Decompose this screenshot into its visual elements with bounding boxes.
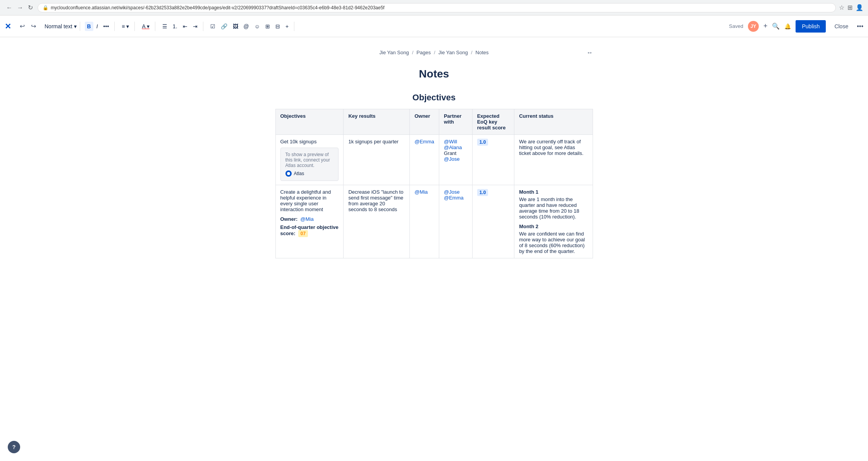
forward-button[interactable]: → [15,3,25,12]
atlas-logo: Atlas [285,170,334,177]
refresh-button[interactable]: ↻ [26,3,34,12]
col-header-objectives: Objectives [275,109,344,135]
row2-eoq-score: 07 [298,230,308,237]
list-buttons: ☰ 1. ⇤ ⇥ [160,22,203,31]
text-color-button[interactable]: A ▾ [139,22,151,31]
row1-owner-mention[interactable]: @Emma [414,139,434,144]
row1-partner-grant: Grant [444,150,457,156]
row2-score: 1.0 [472,185,514,258]
row2-partner-emma[interactable]: @Emma [444,195,464,201]
confluence-logo[interactable]: ✕ [5,22,11,31]
address-bar[interactable]: 🔒 mycloudconfluence.atlassian.net/wiki/s… [38,3,836,12]
lock-icon: 🔒 [43,5,48,10]
close-button[interactable]: Close [830,20,852,33]
format-buttons: B I ••• [85,22,115,31]
table-header-row: Objectives Key results Owner Partner wit… [275,109,593,135]
breadcrumb-separator-3: / [471,50,473,55]
toolbar-right: Saved JY + 🔍 🔔 Publish Close ••• [729,20,863,33]
bookmark-icon[interactable]: ☆ [839,4,844,11]
row1-score: 1.0 [472,135,514,185]
section-heading-objectives: Objectives [275,93,593,103]
row1-partner-will[interactable]: @Will [444,139,457,144]
redo-button[interactable]: ↪ [29,21,38,31]
row1-partner-alana[interactable]: @Alana [444,144,462,150]
row2-month2-heading: Month 2 [519,224,588,229]
row2-owner-line: Owner: @Mia [280,216,339,222]
insert-more-button[interactable]: + [283,22,291,31]
atlas-icon [285,170,292,177]
page-content: Jie Yan Song / Pages / Jie Yan Song / No… [260,37,608,289]
browser-actions: ☆ ⊞ 👤 [839,4,863,11]
indent-button[interactable]: ⇥ [191,22,200,31]
table-button[interactable]: ⊞ [263,22,272,31]
text-style-dropdown[interactable]: Normal text ▾ [41,22,80,31]
emoji-button[interactable]: ☺ [252,22,262,31]
row1-key-results: 1k signups per quarter [344,135,410,185]
row1-owner: @Emma [410,135,439,185]
avatar[interactable]: JY [748,21,759,32]
row2-owner-label: Owner: [280,216,298,222]
notification-button[interactable]: 🔔 [784,23,791,29]
add-collaborator-button[interactable]: + [763,22,768,30]
col-header-partner-with: Partner with [439,109,472,135]
breadcrumb-item-space[interactable]: Jie Yan Song [380,50,409,55]
row2-month1-text: We are 1 month into the quarter and have… [519,196,588,220]
col-header-key-results: Key results [344,109,410,135]
breadcrumb-item-pages[interactable]: Pages [416,50,431,55]
chevron-down-icon: ▾ [74,23,77,29]
align-buttons: ≡ ▾ [119,22,135,31]
link-button[interactable]: 🔗 [218,22,230,31]
browser-nav-buttons: ← → ↻ [5,3,34,12]
breadcrumb-item-current: Notes [476,50,489,55]
bold-button[interactable]: B [85,22,93,31]
table-row: Get 10k signups To show a preview of thi… [275,135,593,185]
more-options-button[interactable]: ••• [857,23,863,30]
page-title[interactable]: Notes [275,68,593,80]
row2-status: Month 1 We are 1 month into the quarter … [514,185,593,258]
search-button[interactable]: 🔍 [772,22,780,30]
expand-width-button[interactable]: ↔ [587,49,593,56]
row2-owner-mention[interactable]: @Mia [414,189,428,195]
outdent-button[interactable]: ⇤ [180,22,190,31]
extensions-icon[interactable]: ⊞ [847,4,853,11]
breadcrumb: Jie Yan Song / Pages / Jie Yan Song / No… [275,46,593,58]
row1-objectives: Get 10k signups To show a preview of thi… [275,135,344,185]
row2-owner-value[interactable]: @Mia [301,216,314,222]
italic-button[interactable]: I [94,22,100,31]
breadcrumb-separator-2: / [434,50,435,55]
ordered-list-button[interactable]: 1. [170,22,180,31]
row2-partner-jose[interactable]: @Jose [444,189,460,195]
row1-status: We are currently off track of hitting ou… [514,135,593,185]
profile-icon[interactable]: 👤 [856,4,863,11]
align-button[interactable]: ≡ ▾ [119,22,131,31]
col-header-status: Current status [514,109,593,135]
atlas-label: Atlas [294,171,304,176]
image-button[interactable]: 🖼 [230,22,241,31]
table-head: Objectives Key results Owner Partner wit… [275,109,593,135]
objectives-table: Objectives Key results Owner Partner wit… [275,109,593,258]
toolbar-undo-redo: ↩ ↪ [17,21,38,31]
row2-eoq-line: End-of-quarter objective score: 07 [280,224,339,237]
unordered-list-button[interactable]: ☰ [160,22,170,31]
layout-button[interactable]: ⊟ [273,22,282,31]
publish-button[interactable]: Publish [796,20,826,33]
back-button[interactable]: ← [5,3,14,12]
row2-key-results: Decrease iOS "launch to send first messa… [344,185,410,258]
row1-score-badge: 1.0 [477,139,488,146]
col-header-score: Expected EoQ key result score [472,109,514,135]
url-text: mycloudconfluence.atlassian.net/wiki/spa… [51,5,385,10]
row1-partner-jose[interactable]: @Jose [444,156,460,162]
insert-buttons: ☑ 🔗 🖼 @ ☺ ⊞ ⊟ + [208,22,295,31]
task-button[interactable]: ☑ [208,22,218,31]
col-header-owner: Owner [410,109,439,135]
more-format-button[interactable]: ••• [101,22,112,31]
undo-button[interactable]: ↩ [17,21,27,31]
confluence-toolbar: ✕ ↩ ↪ Normal text ▾ B I ••• ≡ ▾ A ▾ ☰ 1.… [0,15,868,37]
breadcrumb-item-author[interactable]: Jie Yan Song [438,50,468,55]
text-style-label: Normal text [45,23,72,29]
mention-button[interactable]: @ [241,22,251,31]
row2-objective-main: Create a delightful and helpful experien… [280,189,339,212]
saved-status: Saved [729,23,743,29]
atlas-link-preview: To show a preview of this link, connect … [280,148,339,181]
row2-owner: @Mia [410,185,439,258]
